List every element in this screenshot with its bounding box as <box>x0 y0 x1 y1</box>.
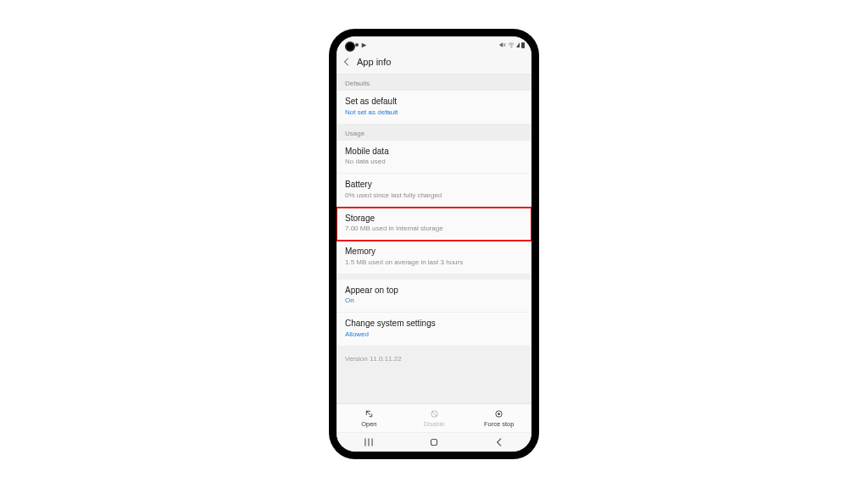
svg-point-2 <box>498 413 500 415</box>
battery-icon <box>521 42 525 48</box>
nav-back-button[interactable] <box>482 436 516 448</box>
back-button[interactable] <box>342 57 352 67</box>
section-label-usage: Usage <box>337 125 531 141</box>
title-bar: App info <box>337 52 531 75</box>
svg-rect-3 <box>431 440 437 446</box>
action-label: Open <box>361 420 376 428</box>
disable-button: Disable <box>402 404 467 432</box>
bottom-action-bar: Open Disable Force stop <box>337 403 531 432</box>
version-text: Version 11.0.11.22 <box>337 347 531 368</box>
item-title: Mobile data <box>345 147 523 158</box>
item-subtitle: 0% used since last fully charged <box>345 191 523 200</box>
item-title: Storage <box>345 214 523 225</box>
force-stop-button[interactable]: Force stop <box>466 404 531 432</box>
status-bar <box>337 36 531 52</box>
item-set-as-default[interactable]: Set as default Not set as default <box>337 91 531 125</box>
item-subtitle: No data used <box>345 158 523 166</box>
open-button[interactable]: Open <box>337 404 402 432</box>
item-title: Change system settings <box>345 319 523 330</box>
item-subtitle: Allowed <box>345 330 523 339</box>
section-label-defaults: Defaults <box>337 75 531 91</box>
item-storage[interactable]: Storage 7.00 MB used in Internal storage <box>337 208 531 241</box>
content-scroll[interactable]: Defaults Set as default Not set as defau… <box>337 75 531 403</box>
item-subtitle: 1.5 MB used on average in last 3 hours <box>345 258 523 267</box>
page-title: App info <box>357 57 391 67</box>
recents-icon <box>363 436 375 448</box>
chevron-left-icon <box>493 436 505 448</box>
item-subtitle: 7.00 MB used in Internal storage <box>345 225 523 233</box>
device-frame: App info Defaults Set as default Not set… <box>330 30 538 458</box>
item-title: Memory <box>345 247 523 258</box>
item-title: Appear on top <box>345 286 523 297</box>
open-icon <box>364 409 374 419</box>
home-icon <box>428 436 440 448</box>
notification-dot-icon <box>355 43 359 47</box>
item-appear-on-top[interactable]: Appear on top On <box>337 280 531 313</box>
action-label: Disable <box>424 420 445 428</box>
wifi-icon <box>508 42 515 48</box>
volume-mute-icon <box>499 42 506 48</box>
force-stop-icon <box>494 409 504 419</box>
recents-button[interactable] <box>352 436 386 448</box>
item-subtitle: Not set as default <box>345 108 523 117</box>
front-camera <box>345 42 355 52</box>
disable-icon <box>430 409 439 419</box>
item-memory[interactable]: Memory 1.5 MB used on average in last 3 … <box>337 241 531 274</box>
item-change-system-settings[interactable]: Change system settings Allowed <box>337 313 531 347</box>
item-battery[interactable]: Battery 0% used since last fully charged <box>337 174 531 208</box>
screen: App info Defaults Set as default Not set… <box>337 36 531 452</box>
home-button[interactable] <box>417 436 451 448</box>
play-icon <box>361 42 367 48</box>
item-subtitle: On <box>345 297 523 305</box>
item-mobile-data[interactable]: Mobile data No data used <box>337 141 531 175</box>
system-nav-bar <box>337 432 531 452</box>
action-label: Force stop <box>484 420 514 428</box>
signal-icon <box>516 42 520 47</box>
item-title: Set as default <box>345 97 523 108</box>
item-title: Battery <box>345 180 523 191</box>
